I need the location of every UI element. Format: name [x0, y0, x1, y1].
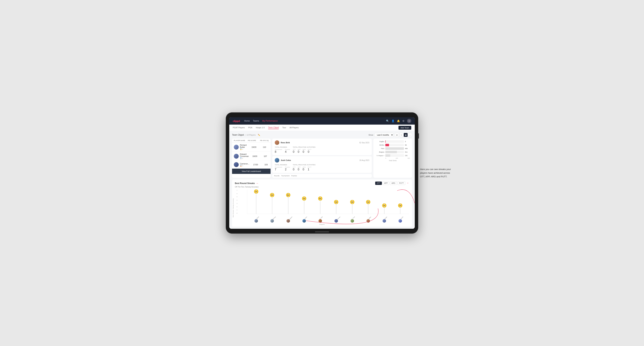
- arg-block-josh: ARG 0: [302, 166, 306, 171]
- player-badge: 🥇 1: [240, 148, 248, 150]
- x-400: 400: [408, 158, 410, 159]
- player-name: Edward Crossman: [240, 153, 249, 157]
- player-badge: 🥈 2: [240, 158, 249, 159]
- streak-avatar-quick: [398, 219, 402, 223]
- settings-icon[interactable]: ⚙: [402, 120, 404, 122]
- subnav-tour[interactable]: Tour: [282, 127, 286, 129]
- badge-num: 1: [242, 148, 243, 150]
- birdies-bar: Birdies 96: [376, 144, 410, 146]
- birdies-fill: [385, 144, 389, 146]
- annotation-arrow: ←: [256, 182, 259, 185]
- tab-arg[interactable]: ARG: [390, 181, 397, 185]
- subnav-pga[interactable]: PGA: [248, 127, 252, 129]
- chart-bars: Eagles 3 Birdies: [376, 140, 410, 157]
- view-full-leaderboard-button[interactable]: View Full Leaderboard: [232, 169, 270, 174]
- tournament-rounds-josh: Tournament 7: [275, 166, 282, 171]
- card-avatar-rees: [275, 140, 279, 145]
- top-nav: clippd Home Teams My Performance 🔍 👤 🔔 ⚙…: [229, 117, 415, 125]
- edit-icon[interactable]: ✏️: [258, 134, 260, 136]
- player-cards-panel: Rees Britt 02 Sep 2023 Total Rounds Tour: [272, 139, 372, 178]
- main-content: Team Clippd | 14 Players ✏️ Show Last 3 …: [229, 131, 415, 229]
- pb-score-3: 17/20: [249, 164, 262, 166]
- tab-putt[interactable]: PUTT: [398, 181, 405, 185]
- nav-teams[interactable]: Teams: [253, 120, 259, 122]
- chart-view-btn[interactable]: ▦: [404, 133, 408, 137]
- tablet-screen: clippd Home Teams My Performance 🔍 👤 🔔 ⚙…: [229, 117, 415, 229]
- tab-app[interactable]: APP: [382, 181, 389, 185]
- bell-icon[interactable]: 🔔: [397, 120, 400, 122]
- player-details: Edward Crossman 🥈 2: [240, 153, 249, 159]
- card-avatar-josh: [275, 158, 279, 163]
- tab-ott[interactable]: OTT: [375, 181, 382, 185]
- bogeys-bar: Bogeys 311: [376, 151, 410, 153]
- view-icons: ⊞ ≡ ▦ ⬦: [395, 133, 412, 137]
- subnav-team-clippd[interactable]: Team Clippd: [268, 126, 279, 129]
- subnav-hcaps[interactable]: Hcaps 1-5: [256, 127, 264, 129]
- subnav-pgat[interactable]: PGAT Players: [233, 127, 245, 129]
- total-rounds-label-josh: Total Rounds: [275, 164, 290, 166]
- rounds-label: Rounds: [274, 175, 280, 177]
- logo: clippd: [233, 120, 240, 123]
- tournament-legend: Tournament: [281, 175, 290, 177]
- nav-my-performance[interactable]: My Performance: [262, 120, 278, 122]
- putt-block-josh: PUTT 1: [308, 166, 312, 171]
- streak-line-quick: [400, 203, 400, 214]
- avatar-cameron: [234, 162, 239, 167]
- pb-avg-2: 107: [261, 155, 270, 157]
- streak-avatar-ebert: [254, 219, 258, 223]
- pb-score-1: 19/20: [248, 146, 260, 148]
- streak-avatar-britt: [318, 219, 322, 223]
- card-name-josh: Josh Coles: [281, 159, 291, 161]
- grid-view-btn[interactable]: ⊞: [395, 133, 399, 137]
- leaderboard-panel: PLAYER NAME PB SCORE PB AVG SQ: [232, 139, 270, 178]
- player-details: Richard Butler 🥇 1: [240, 144, 248, 150]
- show-controls: Show Last 3 months ⊞ ≡ ▦ ⬦: [368, 133, 412, 137]
- putt-val: 0: [308, 150, 312, 154]
- nav-home[interactable]: Home: [244, 120, 250, 122]
- avatar[interactable]: U: [407, 119, 411, 123]
- round-types-legend: Rounds Tournament Practice: [272, 174, 372, 178]
- y-7: 7: [236, 190, 237, 191]
- player-row[interactable]: Edward Crossman 🥈 2 18/20 107: [232, 152, 270, 161]
- card-date-josh: 26 Aug 2023: [360, 159, 369, 161]
- x-200: 200: [396, 158, 398, 159]
- player-info: Edward Crossman 🥈 2: [234, 153, 249, 159]
- pb-score-2: 18/20: [249, 155, 261, 157]
- card-header-josh: Josh Coles 26 Aug 2023: [275, 158, 369, 163]
- annotation-text: Here you can see streaks your players ha…: [420, 168, 455, 178]
- bogeys-val: 311: [405, 151, 410, 153]
- x-0: 0: [385, 158, 386, 159]
- streaks-header: Best Round Streaks ← OTT APP ARG PUTT ←: [235, 181, 409, 185]
- practice-activities-block-josh: Total Practice Activities OTT 0 APP: [293, 164, 316, 171]
- birdies-label: Birdies: [376, 144, 384, 146]
- player-row[interactable]: Cameron... 🥉 3 17/20 103: [232, 161, 270, 169]
- player-row[interactable]: Richard Butler 🥇 1 19/20 110: [232, 143, 270, 152]
- pars-bar: Pars 499: [376, 147, 410, 150]
- list-view-btn[interactable]: ≡: [399, 133, 403, 137]
- show-dropdown[interactable]: Last 3 months: [375, 133, 394, 137]
- search-icon[interactable]: 🔍: [386, 120, 389, 122]
- tournament-val: 8: [275, 150, 282, 154]
- streak-line-ebert: [256, 189, 256, 214]
- player-info: Cameron... 🥉 3: [234, 162, 249, 167]
- add-team-button[interactable]: Add Team: [398, 126, 411, 130]
- streak-avatar-crossman: [334, 219, 338, 223]
- chart-title: Total Shots: [376, 160, 410, 162]
- filter-view-btn[interactable]: ⬦: [408, 133, 412, 137]
- power-button[interactable]: [418, 133, 419, 139]
- app-block: APP 0: [298, 149, 300, 154]
- home-indicator[interactable]: [315, 231, 329, 232]
- streaks-section: Best Round Streaks ← OTT APP ARG PUTT ←: [232, 179, 412, 227]
- pars-track: [385, 147, 404, 150]
- arg-val: 0: [302, 150, 306, 154]
- player-count: | 14 Players: [245, 134, 256, 136]
- player-info: Richard Butler 🥇 1: [234, 144, 248, 150]
- user-icon[interactable]: 👤: [392, 120, 394, 122]
- three-col: PLAYER NAME PB SCORE PB AVG SQ: [232, 139, 412, 178]
- leaderboard-header: PLAYER NAME PB SCORE PB AVG SQ: [232, 139, 270, 143]
- subnav-all-players[interactable]: All Players: [290, 127, 299, 129]
- app-block-josh: APP 0: [298, 166, 300, 171]
- avatar-richard: [234, 145, 239, 150]
- streak-avatar-butler: [382, 219, 386, 223]
- y-3: 3: [236, 203, 237, 204]
